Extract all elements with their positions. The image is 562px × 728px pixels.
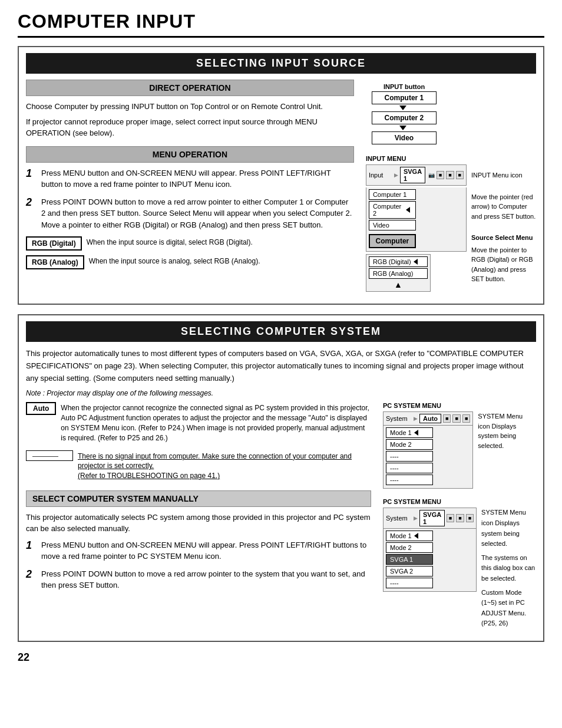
- select-step-text-1: Press MENU button and ON-SCREEN MENU wil…: [41, 539, 371, 562]
- right-annotations: INPUT Menu icon Move the pointer (red ar…: [471, 164, 536, 284]
- pc-menu2-icon-1: ■: [447, 514, 454, 522]
- input-source-right-col: INPUT button Computer 1 Computer 2 Video…: [366, 80, 536, 292]
- select-step2: 2 Press POINT DOWN button to move a red …: [26, 568, 371, 591]
- input-menu-label: INPUT MENU: [366, 155, 536, 162]
- dashes-desc: There is no signal input from computer. …: [78, 450, 371, 481]
- rgb-analog-desc: When the input source is analog, select …: [89, 255, 354, 266]
- step-text-1: Press MENU button and ON-SCREEN MENU wil…: [41, 167, 354, 190]
- system-icon-notes-2: SYSTEM Menu icon Displays system being s…: [481, 508, 536, 629]
- auto-desc: When the projector cannot recognize the …: [61, 402, 371, 443]
- input-menu-area: INPUT MENU Input ▶ SVGA 1 📷 ■ ■ ■: [366, 155, 536, 292]
- menu-icon-2: ■: [446, 171, 454, 179]
- pc-system-menu-label1: PC SYSTEM MENU: [383, 402, 536, 409]
- pc2-mode1-row: Mode 1: [386, 531, 433, 541]
- selecting-computer-system-section: SELECTING COMPUTER SYSTEM This projector…: [18, 314, 544, 642]
- rgb-digital-row: RGB (Digital) When the input source is d…: [26, 236, 354, 251]
- step-num-2: 2: [26, 196, 37, 209]
- input-button-diagram: INPUT button Computer 1 Computer 2 Video: [366, 83, 536, 146]
- computer-system-right: PC SYSTEM MENU System ▶ Auto ■ ■ ■: [383, 402, 536, 629]
- system-icon-note-2: SYSTEM Menu icon Displays system being s…: [481, 508, 536, 549]
- selecting-input-source-section: SELECTING INPUT SOURCE DIRECT OPERATION …: [18, 46, 544, 305]
- input-computer1-box: Computer 1: [372, 91, 437, 104]
- pc2-svga1: SVGA 1: [386, 554, 433, 565]
- source-select-label: Source Select Menu: [471, 233, 536, 243]
- menu-op-step1: 1 Press MENU button and ON-SCREEN MENU w…: [26, 167, 354, 190]
- menu-video: Video: [369, 220, 416, 230]
- system-icon-note-1: SYSTEM Menu icon Displays system being s…: [478, 411, 536, 450]
- computer-highlight-box: Computer: [369, 234, 416, 248]
- pc-menu-icon-1: ■: [443, 414, 451, 423]
- custom-note: Custom Mode (1~5) set in PC ADJUST Menu.…: [481, 588, 536, 629]
- menu-icon-1: ■: [437, 171, 444, 179]
- input-source-left-col: DIRECT OPERATION Choose Computer by pres…: [26, 80, 354, 292]
- input-menu-diagram: Input ▶ SVGA 1 📷 ■ ■ ■ Computer 1: [366, 164, 467, 292]
- pc-dashes-1: ----: [386, 451, 433, 462]
- note-text: Note : Projector may display one of the …: [26, 389, 536, 397]
- source-note: Move the pointer to RGB (Digital) or RGB…: [471, 245, 536, 284]
- pc-dashes-2: ----: [386, 463, 433, 473]
- source-rgb-analog: RGB (Analog): [369, 268, 428, 279]
- pc-system-menu-2-area: System ▶ SVGA 1 ■ ■ ■ Mode 1 Mode 2: [383, 508, 536, 629]
- pc-system-menu-1-area: System ▶ Auto ■ ■ ■ Mode 1 Mode 2: [383, 411, 536, 489]
- svga1-val-box: SVGA 1: [419, 510, 445, 526]
- dashes-row: ———— There is no signal input from compu…: [26, 450, 371, 481]
- arrow-left-4: [414, 533, 418, 539]
- pc-menu2-icon-2: ■: [456, 514, 464, 522]
- pointer-note: Move the pointer (red arrow) to Computer…: [471, 192, 536, 222]
- pc2-svga2: SVGA 2: [386, 566, 433, 577]
- rgb-digital-button: RGB (Digital): [26, 236, 82, 251]
- pc-menu2-icon-3: ■: [466, 514, 474, 522]
- input-computer2-box: Computer 2: [372, 111, 437, 124]
- direct-op-para1: Choose Computer by pressing INPUT button…: [26, 101, 354, 113]
- input-button-label: INPUT button: [384, 83, 425, 90]
- rgb-analog-button: RGB (Analog): [26, 255, 84, 269]
- input-label: Input: [369, 172, 392, 179]
- page-title: COMPUTER INPUT: [18, 11, 544, 38]
- pc-menu-icon-2: ■: [452, 414, 460, 423]
- dashes-box: ————: [26, 450, 73, 461]
- systems-note: The systems on this dialog box can be se…: [481, 553, 536, 584]
- computer-system-cols: Auto When the projector cannot recognize…: [26, 402, 536, 629]
- input-video-box: Video: [372, 131, 437, 144]
- svga-box: SVGA 1: [400, 167, 425, 183]
- rgb-digital-desc: When the input source is digital, select…: [87, 236, 354, 248]
- page-number: 22: [18, 651, 544, 664]
- select-para1: This projector automatically selects PC …: [26, 512, 371, 535]
- arrow-down-1: [399, 106, 406, 110]
- source-rgb-digital: RGB (Digital): [369, 256, 428, 267]
- computer-system-para1: This projector automatically tunes to mo…: [26, 348, 536, 384]
- pc-mode2: Mode 2: [386, 439, 433, 450]
- pc-menu-icon-3: ■: [462, 414, 470, 423]
- select-step1: 1 Press MENU button and ON-SCREEN MENU w…: [26, 539, 371, 562]
- rgb-analog-row: RGB (Analog) When the input source is an…: [26, 255, 354, 269]
- step-num-1: 1: [26, 167, 37, 180]
- pc-system-menu-label2: PC SYSTEM MENU: [383, 498, 536, 505]
- computer-system-left: Auto When the projector cannot recognize…: [26, 402, 371, 629]
- menu-op-step2: 2 Press POINT DOWN button to move a red …: [26, 196, 354, 231]
- select-step-text-2: Press POINT DOWN button to move a red ar…: [41, 568, 371, 591]
- menu-computer2-row: Computer 2: [369, 201, 416, 219]
- selecting-computer-system-header: SELECTING COMPUTER SYSTEM: [26, 321, 536, 342]
- arrow-left-2: [414, 259, 418, 265]
- arrow-left-3: [414, 430, 418, 436]
- selecting-input-source-header: SELECTING INPUT SOURCE: [26, 53, 536, 74]
- pc2-dashes: ----: [386, 578, 433, 588]
- select-step-num-2: 2: [26, 568, 37, 581]
- menu-computer1: Computer 1: [369, 189, 416, 200]
- auto-row: Auto When the projector cannot recognize…: [26, 402, 371, 443]
- pc-menu-1-diagram: System ▶ Auto ■ ■ ■ Mode 1 Mode 2: [383, 411, 473, 489]
- pc-mode1-row: Mode 1: [386, 427, 433, 438]
- select-step-num-1: 1: [26, 539, 37, 552]
- source-scroll-icon: ▲: [369, 280, 428, 289]
- input-menu-icon-note: INPUT Menu icon: [471, 170, 536, 180]
- auto-val-box: Auto: [419, 414, 441, 423]
- arrow-left-1: [406, 207, 410, 213]
- pc-menu-2-diagram: System ▶ SVGA 1 ■ ■ ■ Mode 1 Mode 2: [383, 508, 477, 592]
- select-computer-header: SELECT COMPUTER SYSTEM MANUALLY: [26, 490, 371, 507]
- pc2-mode2: Mode 2: [386, 542, 433, 553]
- direct-operation-header: DIRECT OPERATION: [26, 80, 354, 96]
- auto-box: Auto: [26, 402, 56, 415]
- source-select-menu: RGB (Digital) RGB (Analog) ▲: [366, 254, 431, 292]
- arrow-down-2: [399, 126, 406, 130]
- system-label-1: System: [386, 415, 412, 422]
